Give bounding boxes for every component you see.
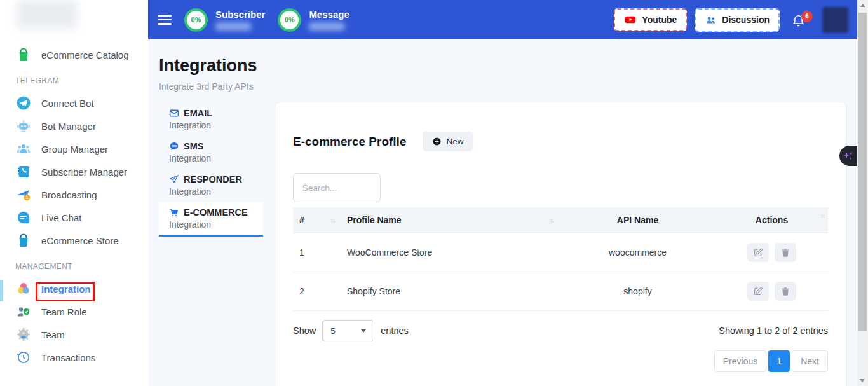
sidebar-item-label: eCommerce Store: [41, 235, 119, 246]
sidebar-item-bot-manager[interactable]: Bot Manager: [0, 114, 148, 137]
sidebar-section-management: MANAGEMENT: [0, 252, 148, 277]
tab-responder-integration[interactable]: RESPONDER Integration: [159, 169, 263, 202]
notifications-bell[interactable]: 6: [791, 13, 806, 27]
tab-label: SMS: [184, 141, 203, 151]
tab-ecommerce-integration[interactable]: E-COMMERCE Integration: [159, 202, 263, 237]
profile-name-cell: Shopify Store: [341, 272, 560, 311]
sort-icon[interactable]: ↑↓: [550, 217, 553, 224]
next-page-button[interactable]: Next: [792, 350, 828, 372]
show-label: Show: [293, 326, 316, 336]
robot-icon: [15, 118, 32, 134]
sidebar-item-team-role[interactable]: Team Role: [0, 300, 148, 323]
sidebar-item-live-chat[interactable]: Live Chat: [0, 206, 148, 229]
sidebar-item-transactions[interactable]: Transactions: [0, 346, 148, 369]
message-progress-ring: 0%: [278, 8, 301, 32]
edit-button[interactable]: [747, 282, 769, 301]
sidebar-item-label: Bot Manager: [41, 121, 96, 132]
sidebar-item-label: Broadcasting: [41, 190, 97, 200]
delete-button[interactable]: [775, 282, 796, 301]
table-header-row: #↑↓ Profile Name↑↓ API Name Actions ↑↓: [293, 207, 828, 233]
notification-count-badge: 6: [801, 11, 813, 22]
sidebar-item-team[interactable]: Team: [0, 323, 148, 346]
sidebar: eCommerce Catalog TELEGRAM Connect Bot B…: [0, 0, 148, 386]
sidebar-item-connect-bot[interactable]: Connect Bot: [0, 92, 148, 114]
tab-label: E-COMMERCE: [184, 207, 248, 217]
sms-icon-text: SMS: [172, 145, 177, 148]
subscriber-progress-ring: 0%: [184, 8, 208, 32]
sort-icon[interactable]: ↑↓: [330, 217, 334, 224]
page-size-control: Show 5 entries: [293, 320, 409, 341]
topbar: 0% Subscriber 0% Message Youtube Discuss…: [148, 0, 857, 39]
edit-icon: [753, 247, 763, 258]
history-clock-icon: [15, 349, 32, 366]
scroll-down-arrow[interactable]: [860, 379, 865, 382]
chevron-down-icon: [361, 329, 366, 333]
sidebar-item-label: eCommerce Catalog: [41, 50, 129, 60]
row-number: 2: [293, 272, 341, 311]
sidebar-item-ecommerce-catalog[interactable]: eCommerce Catalog: [0, 43, 148, 66]
discussion-button[interactable]: Discussion: [695, 8, 780, 32]
plus-circle-icon: [432, 137, 442, 146]
sidebar-item-subscriber-manager[interactable]: Subscriber Manager: [0, 160, 148, 183]
discussion-button-label: Discussion: [722, 15, 770, 25]
previous-page-button[interactable]: Previous: [714, 350, 766, 372]
entries-label: entries: [381, 326, 409, 336]
page-1-button[interactable]: 1: [768, 350, 790, 372]
column-header-profile-name: Profile Name↑↓: [341, 207, 560, 233]
subscriber-stat-label: Subscriber: [215, 9, 265, 20]
edit-icon: [753, 286, 763, 296]
paper-plane-icon: [169, 174, 179, 184]
sidebar-section-telegram: TELEGRAM: [0, 66, 148, 92]
sidebar-item-ecommerce-store[interactable]: eCommerce Store: [0, 229, 148, 252]
main-content: Integrations Integrate 3rd Party APIs EM…: [148, 39, 857, 386]
broadcasting-badge: 1: [25, 195, 28, 200]
delete-button[interactable]: [775, 243, 796, 262]
sms-bubble-icon: SMS: [169, 141, 179, 151]
trash-icon: [780, 286, 790, 296]
youtube-button-label: Youtube: [642, 15, 677, 25]
sidebar-item-broadcasting[interactable]: 1 Broadcasting: [0, 183, 148, 206]
tab-sublabel: Integration: [169, 153, 253, 163]
tab-sublabel: Integration: [169, 186, 253, 196]
sidebar-item-label: Team: [41, 329, 65, 340]
browser-scrollbar[interactable]: [857, 0, 868, 386]
people-group-icon: [705, 14, 717, 26]
sidebar-item-label: Live Chat: [41, 212, 81, 223]
sidebar-item-label: Integration: [41, 284, 91, 294]
integration-subnav: EMAIL Integration SMS SMS Integration RE…: [159, 103, 263, 237]
api-name-cell: woocommerce: [560, 233, 715, 272]
sidebar-item-label: Connect Bot: [41, 98, 94, 109]
sidebar-item-group-manager[interactable]: Group Manager: [0, 137, 148, 160]
tab-sms-integration[interactable]: SMS SMS Integration: [159, 136, 263, 169]
scroll-up-arrow[interactable]: [860, 4, 865, 7]
new-button-label: New: [446, 137, 463, 146]
ecommerce-profile-card: E-commerce Profile New #↑↓ Pr: [275, 102, 846, 386]
trash-icon: [780, 247, 790, 258]
youtube-button[interactable]: Youtube: [614, 8, 687, 31]
broadcast-plane-icon: 1: [15, 186, 32, 203]
user-avatar[interactable]: [822, 7, 848, 33]
shopping-bag-blue-icon: [15, 232, 32, 249]
new-profile-button[interactable]: New: [423, 132, 473, 151]
row-number: 1: [293, 233, 341, 272]
hamburger-menu-icon[interactable]: [158, 12, 172, 27]
telegram-icon: [15, 95, 32, 111]
integration-circles-icon: [15, 280, 32, 297]
scrollbar-thumb[interactable]: [858, 13, 867, 331]
column-header-api-name: API Name: [560, 207, 715, 233]
subscriber-stat: 0% Subscriber: [184, 8, 265, 32]
sidebar-item-label: Group Manager: [41, 144, 108, 155]
page-size-select[interactable]: 5: [322, 320, 374, 341]
sidebar-item-integration[interactable]: Integration: [0, 277, 148, 300]
sidebar-item-label: Subscriber Manager: [41, 167, 127, 177]
ai-assistant-button[interactable]: [839, 146, 857, 166]
search-input[interactable]: [293, 173, 381, 202]
page-title: Integrations: [159, 56, 257, 76]
tab-label: EMAIL: [184, 108, 212, 118]
column-header-actions: Actions ↑↓: [715, 207, 828, 233]
person-shield-icon: [15, 303, 32, 320]
tab-email-integration[interactable]: EMAIL Integration: [159, 103, 263, 135]
sort-icon[interactable]: ↑↓: [820, 212, 824, 219]
edit-button[interactable]: [747, 243, 769, 262]
page-size-value: 5: [330, 326, 336, 336]
